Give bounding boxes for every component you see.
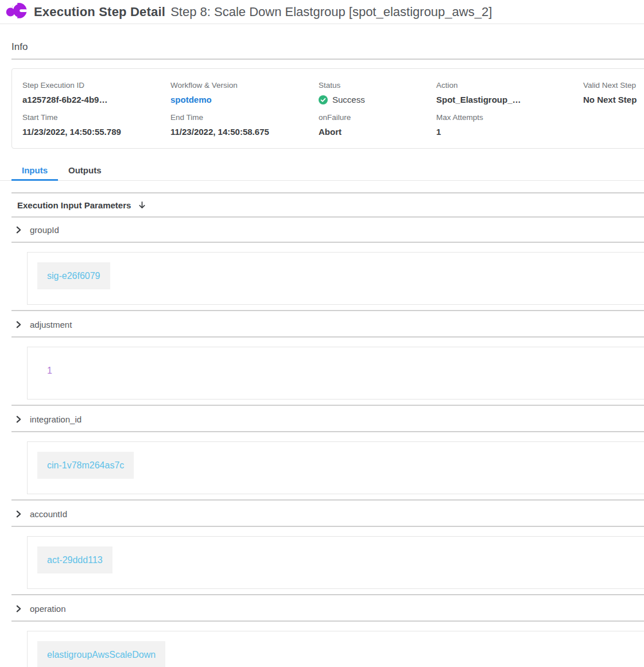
- field-value: 11/23/2022, 14:50:55.789: [22, 127, 170, 137]
- info-section-heading: Info: [11, 41, 644, 53]
- param-section-groupid: groupId sig-e26f6079: [0, 218, 644, 311]
- param-value: cin-1v78m264as7c: [37, 452, 134, 479]
- execution-input-parameters-header: Execution Input Parameters: [11, 192, 644, 218]
- execution-input-parameters-title: Execution Input Parameters: [17, 200, 131, 210]
- param-value: sig-e26f6079: [37, 262, 110, 289]
- field-max-attempts: Max Attempts 1: [436, 113, 583, 137]
- param-section-operation: operation elastigroupAwsScaleDown: [0, 596, 644, 667]
- divider: [11, 431, 644, 432]
- tab-outputs[interactable]: Outputs: [58, 162, 112, 181]
- param-value-panel: sig-e26f6079: [27, 252, 644, 305]
- param-section-adjustment: adjustment 1: [0, 312, 644, 406]
- info-divider: [11, 59, 644, 60]
- field-value: No Next Step: [583, 95, 644, 104]
- field-label: Max Attempts: [436, 113, 583, 122]
- divider: [11, 405, 644, 406]
- field-label: onFailure: [319, 113, 436, 122]
- field-onfailure: onFailure Abort: [319, 113, 436, 137]
- param-section-accountid: accountId act-29ddd113: [0, 502, 644, 595]
- param-name: adjustment: [30, 320, 72, 329]
- success-check-icon: [319, 95, 328, 104]
- divider: [11, 594, 644, 595]
- tab-inputs[interactable]: Inputs: [11, 162, 58, 181]
- field-end-time: End Time 11/23/2022, 14:50:58.675: [170, 113, 319, 137]
- tabs-bar: Inputs Outputs: [0, 162, 644, 181]
- field-value: Spot_Elastigroup_…: [436, 95, 583, 104]
- divider: [11, 621, 644, 622]
- field-valid-next-step: Valid Next Step No Next Step: [583, 81, 644, 104]
- chevron-right-icon[interactable]: [15, 510, 22, 518]
- field-value: Abort: [319, 127, 436, 137]
- divider: [11, 242, 644, 243]
- field-label: End Time: [170, 113, 319, 122]
- param-name: integration_id: [30, 414, 82, 424]
- param-value-panel: 1: [27, 347, 644, 400]
- param-value: act-29ddd113: [37, 546, 112, 573]
- param-value: elastigroupAwsScaleDown: [37, 641, 165, 667]
- spot-logo-icon: [6, 2, 27, 21]
- page-subtitle: Step 8: Scale Down Elastgroup [spot_elas…: [170, 5, 492, 20]
- param-section-integration-id: integration_id cin-1v78m264as7c: [0, 407, 644, 501]
- chevron-right-icon[interactable]: [15, 321, 22, 328]
- param-row-groupid[interactable]: groupId: [0, 218, 644, 242]
- page-header: Execution Step Detail Step 8: Scale Down…: [0, 0, 644, 24]
- field-label: Status: [319, 81, 436, 90]
- field-label: Workflow & Version: [170, 81, 319, 90]
- page-title: Execution Step Detail: [34, 5, 165, 20]
- field-label: Action: [436, 81, 583, 90]
- field-value: a125728f-6b22-4b9…: [22, 95, 170, 104]
- field-workflow-version: Workflow & Version spotdemo: [170, 81, 319, 104]
- divider: [11, 499, 644, 501]
- param-name: accountId: [30, 509, 67, 519]
- param-value-panel: cin-1v78m264as7c: [27, 441, 644, 494]
- param-value-panel: act-29ddd113: [27, 536, 644, 589]
- param-row-integration-id[interactable]: integration_id: [0, 407, 644, 431]
- field-start-time: Start Time 11/23/2022, 14:50:55.789: [22, 113, 170, 137]
- info-row: Start Time 11/23/2022, 14:50:55.789 End …: [22, 113, 644, 137]
- status-badge: Success: [332, 95, 365, 104]
- divider: [11, 336, 644, 338]
- field-label: Start Time: [22, 113, 170, 122]
- field-step-execution-id: Step Execution ID a125728f-6b22-4b9…: [22, 81, 170, 104]
- param-name: groupId: [30, 225, 59, 235]
- chevron-right-icon[interactable]: [15, 226, 22, 234]
- info-card: Step Execution ID a125728f-6b22-4b9… Wor…: [11, 68, 644, 149]
- param-row-adjustment[interactable]: adjustment: [0, 312, 644, 336]
- param-row-accountid[interactable]: accountId: [0, 502, 644, 526]
- chevron-right-icon[interactable]: [15, 416, 22, 423]
- param-value-panel: elastigroupAwsScaleDown: [27, 631, 644, 667]
- field-label: Valid Next Step: [583, 81, 644, 90]
- param-row-operation[interactable]: operation: [0, 596, 644, 621]
- info-row: Step Execution ID a125728f-6b22-4b9… Wor…: [22, 81, 644, 104]
- field-label: Step Execution ID: [22, 81, 170, 90]
- field-value: 1: [436, 127, 583, 137]
- divider: [11, 526, 644, 527]
- field-value: 11/23/2022, 14:50:58.675: [170, 127, 319, 137]
- field-action: Action Spot_Elastigroup_…: [436, 81, 583, 104]
- chevron-right-icon[interactable]: [15, 605, 22, 612]
- param-name: operation: [30, 604, 66, 614]
- collapse-arrow-down-icon[interactable]: [138, 201, 146, 210]
- divider: [11, 310, 644, 311]
- field-status: Status Success: [319, 81, 436, 104]
- workflow-link[interactable]: spotdemo: [170, 95, 319, 104]
- param-value: 1: [37, 357, 62, 384]
